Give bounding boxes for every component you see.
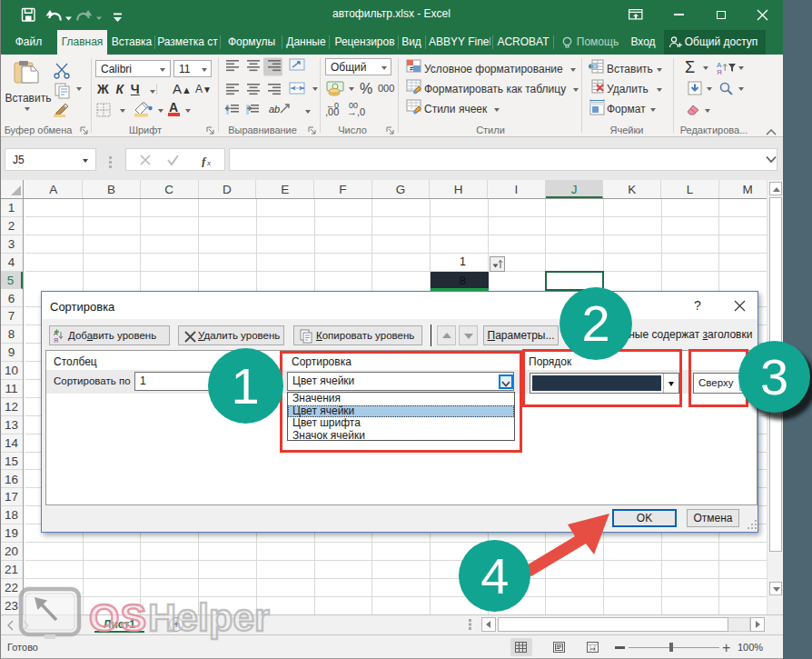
svg-text:←0: ←0	[326, 101, 339, 110]
svg-text:≠: ≠	[410, 65, 414, 73]
svg-text:Я: Я	[717, 68, 722, 75]
svg-text:%: %	[360, 81, 372, 96]
svg-text:000: 000	[378, 83, 394, 94]
svg-text:ab: ab	[269, 104, 280, 115]
svg-text:x: x	[206, 158, 211, 167]
svg-text:Helper: Helper	[148, 595, 270, 639]
svg-text:00: 00	[349, 101, 358, 110]
svg-text:Я: Я	[54, 337, 58, 344]
svg-text:OS: OS	[89, 595, 147, 639]
